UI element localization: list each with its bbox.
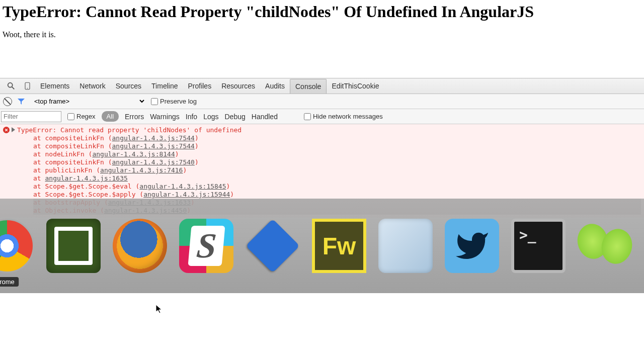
stack-link[interactable]: angular-1.4.3.js:7540 [112,158,195,166]
svg-marker-5 [156,305,162,313]
filter-debug[interactable]: Debug [225,113,246,121]
filter-warnings[interactable]: Warnings [150,113,180,121]
filter-handled[interactable]: Handled [252,113,278,121]
stack-link[interactable]: angular-1.4.3.js:15944 [143,191,230,198]
dock-app-green[interactable] [578,219,632,273]
tab-timeline[interactable]: Timeline [146,79,183,93]
tab-console[interactable]: Console [290,79,327,94]
search-icon[interactable] [6,81,16,91]
hide-net-checkbox[interactable] [304,113,311,120]
filter-input[interactable] [1,111,61,122]
preserve-log-control[interactable]: Preserve log [151,98,197,105]
stack-link[interactable]: angular-1.4.3.js:8144 [92,150,175,158]
error-icon [3,127,10,133]
preserve-log-label: Preserve log [160,98,197,105]
expand-stack-icon[interactable] [12,127,15,132]
filter-all[interactable]: All [102,111,119,122]
filter-funnel-icon[interactable] [17,98,25,106]
preserve-log-checkbox[interactable] [151,98,158,105]
clear-console-icon[interactable] [3,97,12,106]
dock-app-chrome[interactable]: rome [0,219,34,273]
dock-app-firefox[interactable] [113,219,167,273]
devtools-tabbar: Elements Network Sources Timeline Profil… [0,78,644,94]
dock-app-fireworks[interactable]: Fw [312,219,366,273]
regex-checkbox[interactable] [67,113,74,120]
filter-logs[interactable]: Logs [203,113,218,121]
dock-app-slack[interactable]: S [179,219,233,273]
svg-line-1 [12,87,15,89]
svg-marker-4 [18,99,25,105]
filter-info[interactable]: Info [186,113,197,121]
frame-selector[interactable]: <top frame> [30,96,146,107]
hide-net-control[interactable]: Hide network messages [304,113,383,120]
stack-link[interactable]: angular-1.4.3.js:7416 [100,166,183,174]
devtools-panel: Elements Network Sources Timeline Profil… [0,78,644,218]
filter-errors[interactable]: Errors [125,113,144,121]
console-controls: <top frame> Preserve log [0,94,644,109]
stack-link[interactable]: angular-1.4.3.js:1635 [45,174,127,182]
hide-net-label: Hide network messages [313,113,383,120]
dock-app-camtasia[interactable] [46,219,101,273]
tab-network[interactable]: Network [74,79,110,93]
tab-elements[interactable]: Elements [35,79,74,93]
stack-link[interactable]: angular-1.4.3.js:7544 [112,142,195,150]
dock-app-bluediamond[interactable] [246,219,300,273]
tab-profiles[interactable]: Profiles [183,79,216,93]
tab-sources[interactable]: Sources [111,79,146,93]
svg-point-3 [27,88,28,89]
dock-app-twitter[interactable] [445,219,499,273]
stack-link[interactable]: angular-1.4.3.js:15845 [139,183,226,190]
device-icon[interactable] [22,81,32,91]
dock-app-label: rome [0,277,19,287]
dock-app-xcode[interactable] [378,219,433,273]
dock-app-terminal[interactable] [511,219,566,273]
page-title: TypeError: Cannot Read Property "childNo… [3,3,641,21]
macos-dock: rome S Fw [0,199,644,293]
stack-link[interactable]: angular-1.4.3.js:7544 [112,134,195,142]
tab-editthiscookie[interactable]: EditThisCookie [327,79,384,93]
svg-point-0 [8,83,13,87]
regex-control[interactable]: Regex [67,113,96,120]
page-body-text: Woot, there it is. [3,30,641,39]
console-filters: Regex All Errors Warnings Info Logs Debu… [0,109,644,124]
tab-resources[interactable]: Resources [216,79,260,93]
mouse-cursor-icon [156,305,163,314]
tab-audits[interactable]: Audits [260,79,290,93]
error-message: TypeError: Cannot read property 'childNo… [17,126,242,134]
regex-label: Regex [76,113,96,120]
